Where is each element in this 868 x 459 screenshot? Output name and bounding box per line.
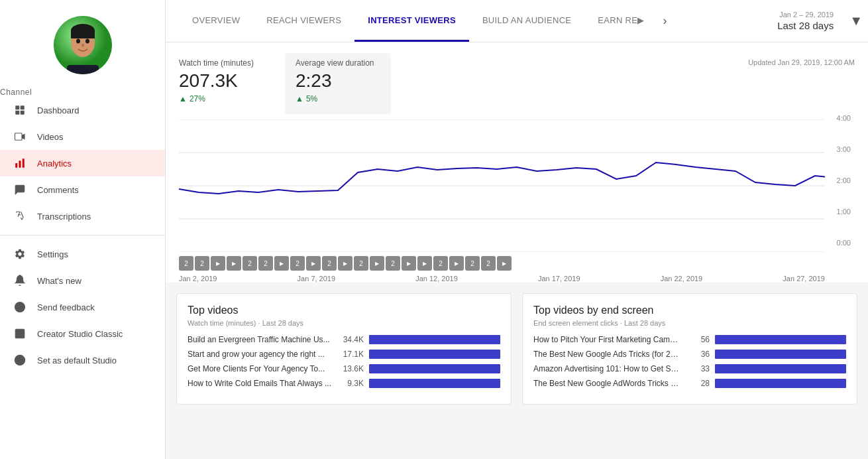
marker-7[interactable]: 2	[290, 256, 305, 271]
sidebar-item-label: Set as default Studio	[37, 356, 117, 365]
table-row: The Best New Google AdWords Tricks (f...…	[533, 379, 846, 388]
gear-icon	[13, 247, 27, 261]
chart-icon	[13, 157, 27, 170]
chart-grid	[179, 119, 825, 252]
sidebar-item-creator-studio[interactable]: Creator Studio Classic	[0, 320, 165, 347]
marker-20[interactable]: ▶	[497, 256, 512, 271]
end-video-label-2: Amazon Advertising 101: How to Get Sta..…	[533, 364, 679, 373]
sidebar-item-videos[interactable]: Videos	[0, 123, 165, 150]
sidebar-item-send-feedback[interactable]: Send feedback	[0, 294, 165, 320]
divider	[0, 235, 165, 235]
top-end-screen-subtitle: End screen element clicks · Last 28 days	[533, 319, 846, 327]
table-row: Start and grow your agency the right ...…	[188, 350, 500, 359]
top-videos-panel: Top videos Watch time (minutes) · Last 2…	[176, 293, 512, 405]
sidebar-item-label: What's new	[37, 276, 81, 286]
sidebar-item-label: Analytics	[37, 159, 72, 168]
bar-3	[369, 379, 500, 388]
top-end-screen-title: Top videos by end screen	[533, 304, 846, 316]
video-value-0: 34.4K	[339, 335, 364, 344]
marker-15[interactable]: ▶	[417, 256, 432, 271]
sidebar-item-label: Videos	[37, 132, 64, 142]
date-label-3: Jan 17, 2019	[538, 275, 580, 283]
tab-earn[interactable]: EARN RE▶	[584, 0, 657, 42]
marker-0[interactable]: 2	[179, 256, 193, 271]
sidebar-item-set-default[interactable]: Set as default Studio	[0, 347, 165, 373]
translate-icon	[13, 210, 27, 223]
topbar: OVERVIEW REACH VIEWERS INTEREST VIEWERS …	[166, 0, 868, 42]
date-dropdown-button[interactable]: ▼	[844, 13, 868, 29]
end-video-label-0: How to Pitch Your First Marketing Camp..…	[533, 335, 679, 344]
y-label-0: 0:00	[829, 239, 851, 247]
tab-interest[interactable]: INTEREST VIEWERS	[354, 0, 469, 42]
date-selector: Jan 2 – 29, 2019 Last 28 days	[725, 11, 844, 31]
end-video-value-1: 36	[684, 350, 710, 359]
bar-1	[369, 350, 500, 359]
updated-label: Updated Jan 29, 2019, 12:00 AM	[748, 53, 855, 72]
watch-time-label: Watch time (minutes)	[179, 58, 269, 68]
svg-rect-4	[71, 31, 95, 38]
marker-14[interactable]: ▶	[402, 256, 416, 271]
sidebar-item-transcriptions[interactable]: Transcriptions	[0, 203, 165, 230]
svg-point-23	[19, 332, 22, 336]
marker-5[interactable]: 2	[258, 256, 273, 271]
tab-overview[interactable]: OVERVIEW	[179, 0, 253, 42]
sidebar-item-analytics[interactable]: Analytics	[0, 150, 165, 176]
top-end-screen-panel: Top videos by end screen End screen elem…	[522, 293, 857, 405]
end-video-label-1: The Best New Google Ads Tricks (for 20..…	[533, 350, 679, 359]
end-bar-0	[715, 335, 846, 344]
end-bar-1	[715, 350, 846, 359]
sidebar-item-whats-new[interactable]: What's new	[0, 267, 165, 294]
marker-4[interactable]: 2	[243, 256, 257, 271]
sidebar-item-comments[interactable]: Comments	[0, 176, 165, 203]
avg-duration-change: ▲ 5%	[296, 94, 375, 103]
marker-9[interactable]: 2	[322, 256, 337, 271]
tab-reach[interactable]: REACH VIEWERS	[253, 0, 354, 42]
video-icon	[13, 130, 27, 143]
svg-rect-12	[21, 111, 25, 115]
marker-18[interactable]: 2	[465, 256, 480, 271]
avatar-section	[0, 0, 165, 85]
marker-11[interactable]: 2	[354, 256, 368, 271]
sidebar-nav: Dashboard Videos Analytics Comments	[0, 97, 165, 459]
marker-2[interactable]: ▶	[211, 256, 225, 271]
marker-16[interactable]: 2	[433, 256, 448, 271]
marker-13[interactable]: 2	[386, 256, 400, 271]
svg-marker-14	[22, 134, 25, 140]
end-bar-3	[715, 379, 846, 388]
table-row: The Best New Google Ads Tricks (for 20..…	[533, 350, 846, 359]
video-label-2: Get More Clients For Your Agency To...	[188, 364, 333, 373]
avg-duration-change-value: 5%	[306, 94, 317, 103]
bar-0	[369, 335, 500, 344]
marker-8[interactable]: ▶	[306, 256, 321, 271]
end-bar-2	[715, 364, 846, 373]
marker-12[interactable]: ▶	[370, 256, 384, 271]
marker-3[interactable]: ▶	[227, 256, 241, 271]
svg-rect-15	[15, 163, 17, 168]
marker-6[interactable]: ▶	[274, 256, 289, 271]
bell-icon	[13, 274, 27, 287]
sidebar-item-settings[interactable]: Settings	[0, 241, 165, 267]
date-label-4: Jan 22, 2019	[661, 275, 703, 283]
comment-icon	[13, 183, 27, 196]
video-label-1: Start and grow your agency the right ...	[188, 350, 333, 359]
marker-10[interactable]: ▶	[338, 256, 353, 271]
svg-rect-8	[67, 65, 99, 74]
end-video-value-0: 56	[684, 335, 710, 344]
sidebar-item-label: Dashboard	[37, 105, 80, 115]
feedback-icon	[13, 300, 27, 314]
sidebar-item-dashboard[interactable]: Dashboard	[0, 97, 165, 123]
video-value-3: 9.3K	[339, 379, 364, 388]
more-tabs-button[interactable]: ›	[658, 0, 673, 42]
sidebar-item-label: Creator Studio Classic	[37, 329, 123, 339]
svg-point-18	[19, 275, 21, 277]
marker-19[interactable]: 2	[481, 256, 496, 271]
marker-1[interactable]: 2	[195, 256, 209, 271]
y-axis-labels: 4:00 3:00 2:00 1:00 0:00	[825, 114, 855, 247]
tab-audience[interactable]: BUILD AN AUDIENCE	[469, 0, 584, 42]
marker-17[interactable]: ▶	[449, 256, 464, 271]
y-label-1: 1:00	[829, 208, 851, 216]
svg-rect-16	[19, 161, 21, 168]
stats-section: Watch time (minutes) 207.3K ▲ 27% Averag…	[166, 42, 868, 283]
svg-rect-13	[15, 133, 23, 141]
up-arrow-icon-2: ▲	[296, 94, 303, 103]
